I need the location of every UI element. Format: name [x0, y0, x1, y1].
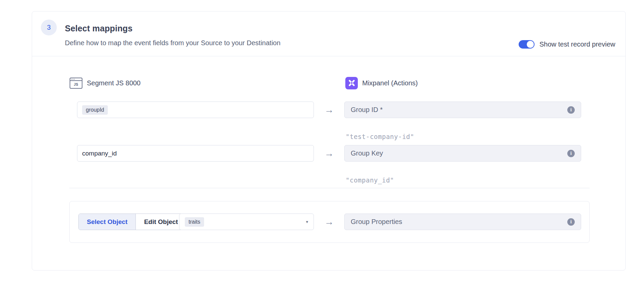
source-column-header: JS Segment JS 8000: [70, 77, 141, 89]
mapping-arrow-icon: →: [321, 145, 337, 162]
test-record-toggle-group: Show test record preview: [519, 39, 615, 49]
chevron-down-icon: ▾: [306, 219, 308, 224]
info-icon[interactable]: i: [567, 150, 575, 157]
destination-column-header: Mixpanel (Actions): [345, 77, 418, 89]
object-mode-button-group: Select Object Edit Object: [78, 214, 187, 230]
destination-field-label: Group ID *: [351, 106, 567, 114]
source-field-value: company_id: [82, 150, 117, 157]
mapping-arrow-icon: →: [321, 102, 337, 118]
source-field-input-group-id[interactable]: groupId: [77, 102, 314, 118]
test-record-preview-value: "test-company-id": [346, 133, 414, 140]
select-object-button[interactable]: Select Object: [79, 214, 136, 230]
test-record-preview-value: "company_id": [346, 176, 394, 184]
edit-object-button[interactable]: Edit Object: [136, 214, 186, 230]
field-chip-traits[interactable]: traits: [185, 217, 204, 227]
destination-field-label: Group Properties: [351, 218, 567, 226]
mixpanel-icon: [345, 77, 358, 89]
destination-field-label: Group Key: [351, 149, 567, 157]
page-title: Select mappings: [65, 24, 132, 33]
destination-name: Mixpanel (Actions): [362, 79, 418, 87]
destination-field-group-id: Group ID * i: [344, 102, 581, 118]
js-icon-label: JS: [70, 81, 82, 88]
source-field-input-group-key[interactable]: company_id: [77, 145, 314, 162]
toggle-knob: [527, 41, 534, 48]
source-browser-js-icon: JS: [70, 78, 82, 89]
field-chip-groupid[interactable]: groupId: [82, 105, 108, 115]
step-number-badge: 3: [41, 20, 57, 35]
card-header: 3 Select mappings Define how to map the …: [32, 11, 625, 56]
browser-window-dots: [70, 78, 82, 81]
show-test-record-toggle[interactable]: [519, 40, 535, 49]
section-divider: [69, 188, 590, 188]
select-mappings-card: 3 Select mappings Define how to map the …: [32, 11, 626, 271]
info-icon[interactable]: i: [567, 218, 575, 226]
destination-field-group-key: Group Key i: [344, 145, 581, 162]
page-subtitle: Define how to map the event fields from …: [65, 39, 280, 47]
destination-field-group-properties: Group Properties i: [344, 214, 581, 230]
source-name: Segment JS 8000: [87, 79, 141, 87]
info-icon[interactable]: i: [567, 106, 575, 114]
toggle-label: Show test record preview: [539, 40, 615, 48]
object-source-dropdown[interactable]: traits ▾: [179, 214, 314, 230]
mixpanel-logo-glyph: [348, 79, 355, 87]
mapping-arrow-icon: →: [321, 214, 337, 230]
